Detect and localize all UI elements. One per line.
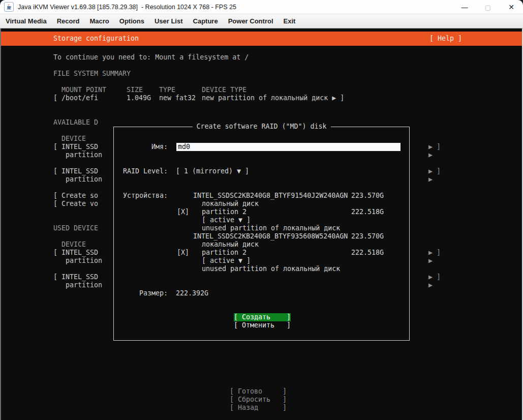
row-device-type: new partition of локальный диск ▶ ] <box>202 94 344 102</box>
device-kind: локальный диск <box>202 200 259 208</box>
menu-power-control[interactable]: Power Control <box>223 14 279 28</box>
help-button[interactable]: [ Help ] <box>429 35 462 43</box>
used-col-device: DEVICE <box>61 241 86 249</box>
size-label: Размер: <box>139 289 168 297</box>
close-button[interactable]: ✕ <box>500 0 523 14</box>
back-button[interactable]: [ Назад ] <box>230 404 287 412</box>
device-name: INTEL_SSDSC2KB240G8_BTYF935608W5240AGN <box>193 232 348 241</box>
page-title: Storage configuration <box>53 35 139 43</box>
edge-arrow-4: ▶ <box>428 281 433 289</box>
device-name: INTEL_SSDSC2KB240G8_BTYF91540J2W240AGN <box>193 192 348 200</box>
menu-options[interactable]: Options <box>114 14 149 28</box>
create-button[interactable]: [ Создать ] <box>234 313 291 321</box>
edge-arrow-bracket-4: ▶ ] <box>428 273 441 281</box>
title-bar: Java iKVM Viewer v1.69.38 [185.78.29.38]… <box>0 0 523 14</box>
create-volume-group-item[interactable]: [ Create vo <box>53 200 98 208</box>
device-partition: partition 2 <box>202 249 247 257</box>
window-controls: — ▢ ✕ <box>453 0 523 14</box>
reset-button[interactable]: [ Сбросить ] <box>230 396 287 404</box>
edge-arrow-bracket-2: ▶ ] <box>428 167 441 175</box>
device-unused-note: unused partition of локальный диск <box>202 265 340 273</box>
device-size: 223.570G <box>351 192 384 200</box>
col-mount-point: MOUNT POINT <box>61 86 106 94</box>
col-size: SIZE <box>127 86 143 94</box>
size-value: 222.392G <box>176 289 208 297</box>
continue-notice: To continue you need to: Mount a filesys… <box>53 53 249 62</box>
name-label: Имя: <box>151 143 168 151</box>
row-size: 1.049G <box>127 94 151 102</box>
row-mount-point: /boot/efi <box>61 94 98 102</box>
edge-arrow-bracket-1: ▶ ] <box>428 143 441 151</box>
available-devices-heading: AVAILABLE D <box>53 118 98 127</box>
devices-label: Устройства: <box>123 192 168 200</box>
edge-arrow-bracket-3: ▶ ] <box>428 249 441 257</box>
ikvm-viewer-window: Java iKVM Viewer v1.69.38 [185.78.29.38]… <box>0 0 523 420</box>
device-unused-note: unused partition of локальный диск <box>202 224 340 232</box>
java-app-icon <box>4 2 14 12</box>
col-type: TYPE <box>159 86 175 94</box>
used-device-1[interactable]: [ INTEL_SSD <box>53 249 98 257</box>
maximize-button[interactable]: ▢ <box>476 0 500 14</box>
menu-bar: Virtual Media Record Macro Options User … <box>0 14 523 28</box>
available-device-1[interactable]: [ INTEL_SSD <box>53 143 98 151</box>
used-devices-heading: USED DEVICE <box>53 224 98 232</box>
edge-arrow-3: ▶ <box>428 257 433 265</box>
raid-level-select[interactable]: [ 1 (mirrored) ▼ ] <box>176 167 249 175</box>
create-raid-dialog: Create software RAID ("MD") disk Имя: md… <box>113 127 410 341</box>
device-kind: локальный диск <box>202 241 259 249</box>
window-title: Java iKVM Viewer v1.69.38 [185.78.29.38]… <box>18 4 236 11</box>
used-device-2[interactable]: [ INTEL_SSD <box>53 273 98 281</box>
edge-arrow-2: ▶ <box>428 175 433 184</box>
create-software-raid-item[interactable]: [ Create so <box>53 192 98 200</box>
device-size: 223.570G <box>351 232 384 241</box>
device-partition-size: 222.518G <box>351 249 384 257</box>
cancel-button[interactable]: [ Отменить ] <box>234 321 291 329</box>
available-device-2[interactable]: [ INTEL_SSD <box>53 167 98 175</box>
raid-name-input[interactable]: md0 <box>176 143 401 151</box>
used-device-1-partition[interactable]: partition <box>66 257 102 265</box>
minimize-button[interactable]: — <box>453 0 476 14</box>
done-button[interactable]: [ Готово ] <box>230 387 287 396</box>
row-open-bracket: [ <box>53 94 57 102</box>
menu-record[interactable]: Record <box>52 14 85 28</box>
available-col-device: DEVICE <box>61 135 86 143</box>
edge-arrow-1: ▶ <box>428 151 433 159</box>
row-type: new fat32 <box>159 94 196 102</box>
available-device-1-partition[interactable]: partition <box>66 151 102 159</box>
dialog-title: Create software RAID ("MD") disk <box>192 123 330 131</box>
menu-user-list[interactable]: User List <box>149 14 188 28</box>
used-device-2-partition[interactable]: partition <box>66 281 102 289</box>
device-partition-size: 222.518G <box>351 208 384 216</box>
device-active-select[interactable]: [ active ▼ ] <box>202 216 251 224</box>
menu-capture[interactable]: Capture <box>188 14 223 28</box>
java-cup-icon <box>6 4 12 10</box>
col-device-type: DEVICE TYPE <box>202 86 247 94</box>
menu-virtual-media[interactable]: Virtual Media <box>1 14 52 28</box>
device-partition: partition 2 <box>202 208 247 216</box>
device-active-select[interactable]: [ active ▼ ] <box>202 257 251 265</box>
menu-exit[interactable]: Exit <box>279 14 301 28</box>
device-checkbox[interactable]: [X] <box>177 208 189 216</box>
available-device-2-partition[interactable]: partition <box>66 175 102 184</box>
installer-header: Storage configuration [ Help ] <box>1 32 522 46</box>
filesystem-summary-heading: FILE SYSTEM SUMMARY <box>53 70 131 78</box>
kvm-remote-screen: Storage configuration [ Help ] To contin… <box>0 28 523 420</box>
raid-level-label: RAID Level: <box>123 167 168 175</box>
menu-macro[interactable]: Macro <box>84 14 114 28</box>
device-checkbox[interactable]: [X] <box>177 249 189 257</box>
